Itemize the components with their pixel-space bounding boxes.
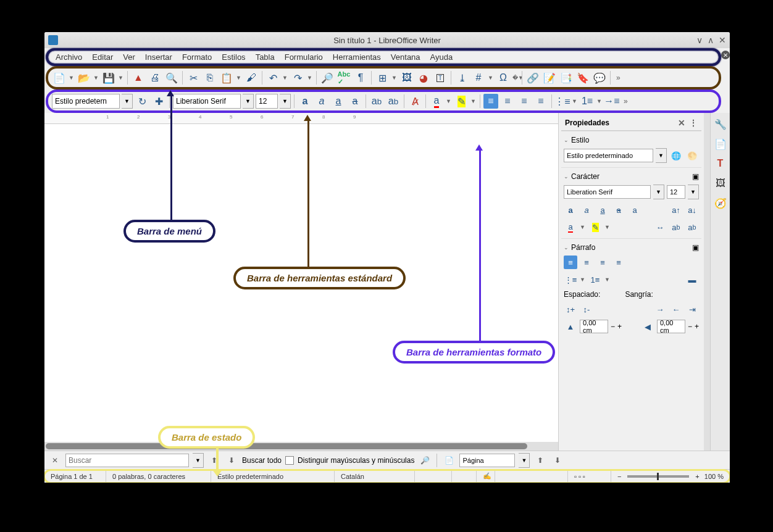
export-pdf-icon[interactable]: ▲ <box>131 70 146 85</box>
increase-indent-icon[interactable]: →≡ <box>604 94 619 109</box>
status-page[interactable]: Página 1 de 1 <box>44 470 106 483</box>
clone-format-icon[interactable]: 🖌 <box>244 70 259 85</box>
sb-update-style-icon[interactable]: 🌐 <box>669 149 683 162</box>
sb-inc-indent-icon[interactable]: → <box>653 302 667 316</box>
status-lang[interactable]: Catalán <box>335 470 415 483</box>
sb-left-val[interactable]: 0,00 cm <box>657 320 685 333</box>
more-para-icon[interactable]: ▣ <box>692 243 699 252</box>
sidebar-scrollbar[interactable] <box>704 113 710 451</box>
sb-above-minus[interactable]: − <box>611 322 615 331</box>
sb-tab-page-icon[interactable]: 📄 <box>713 136 728 151</box>
comment-icon[interactable]: 💬 <box>592 70 607 85</box>
nav-down-icon[interactable]: ⬇ <box>551 454 564 467</box>
font-size-combo[interactable]: 12 <box>256 94 278 109</box>
sb-style-combo[interactable]: Estilo predeterminado <box>564 149 653 162</box>
sb-shrink-icon[interactable]: a↓ <box>685 203 699 217</box>
horizontal-scrollbar[interactable] <box>44 442 558 451</box>
menu-ventana[interactable]: Ventana <box>386 51 425 63</box>
status-insert[interactable] <box>415 470 452 483</box>
undo-icon[interactable]: ↶ <box>265 70 280 85</box>
preview-icon[interactable]: 🔍 <box>164 70 179 85</box>
table-dd[interactable]: ▼ <box>391 75 398 81</box>
sb-tab-gallery-icon[interactable]: 🖼 <box>713 176 728 191</box>
bullet-list-icon[interactable]: ⋮≡ <box>555 94 570 109</box>
close-button[interactable]: ✕ <box>719 35 726 45</box>
spellcheck-icon[interactable]: Abc✓ <box>336 70 351 85</box>
match-case-checkbox[interactable] <box>285 456 294 465</box>
sb-above-val[interactable]: 0,00 cm <box>580 320 608 333</box>
align-right-icon[interactable]: ≡ <box>517 94 532 109</box>
font-name-dd[interactable]: ▼ <box>243 94 254 109</box>
page-style-combo[interactable]: Página <box>459 454 515 467</box>
sb-left-icon[interactable]: ◀ <box>641 320 654 333</box>
font-color-icon[interactable]: a <box>429 94 444 109</box>
pagebreak-icon[interactable]: ⤓ <box>454 70 469 85</box>
strike-icon[interactable]: a <box>348 94 362 109</box>
paste-icon[interactable]: 📋 <box>219 70 234 85</box>
sb-highlight-dd[interactable]: ▼ <box>604 224 611 230</box>
sb-fontcolor-dd[interactable]: ▼ <box>580 224 586 230</box>
open-dd[interactable]: ▼ <box>93 75 99 81</box>
status-sel[interactable] <box>452 470 477 483</box>
sb-grow-icon[interactable]: a↑ <box>669 203 683 217</box>
symbol-dd[interactable]: �▼ <box>512 75 519 81</box>
sb-super-icon[interactable]: ab <box>669 220 683 234</box>
sb-align-left-icon[interactable]: ≡ <box>564 256 577 269</box>
image-icon[interactable]: 🖼 <box>399 70 414 85</box>
search-dd[interactable]: ▼ <box>193 453 204 468</box>
footnote-icon[interactable]: 📝 <box>542 70 557 85</box>
new-dd[interactable]: ▼ <box>69 75 75 81</box>
sb-size-combo[interactable]: 12 <box>667 185 685 199</box>
sb-dec-indent-icon[interactable]: ← <box>669 302 683 316</box>
menu-ver[interactable]: Ver <box>118 51 140 63</box>
print-icon[interactable]: 🖨 <box>148 70 162 85</box>
menu-ayuda[interactable]: Ayuda <box>425 51 458 63</box>
align-justify-icon[interactable]: ≡ <box>533 94 548 109</box>
toolbar-extend-icon[interactable]: » <box>614 73 623 82</box>
sb-sub-icon[interactable]: ab <box>685 220 699 234</box>
menu-insertar[interactable]: Insertar <box>140 51 177 63</box>
minimize-button[interactable]: ∨ <box>696 35 703 45</box>
paragraph-style-combo[interactable]: Estilo predetern <box>52 94 120 109</box>
maximize-button[interactable]: ∧ <box>708 35 714 45</box>
more-char-icon[interactable]: ▣ <box>692 172 699 181</box>
undo-dd[interactable]: ▼ <box>282 75 288 81</box>
menu-herramientas[interactable]: Herramientas <box>328 51 386 63</box>
sb-underline-icon[interactable]: a <box>596 203 609 217</box>
redo-icon[interactable]: ↷ <box>290 70 305 85</box>
sb-align-center-icon[interactable]: ≡ <box>580 256 593 269</box>
cut-icon[interactable]: ✂ <box>186 70 201 85</box>
subscript-icon[interactable]: ab <box>386 94 401 109</box>
crossref-icon[interactable]: 🔖 <box>575 70 590 85</box>
menu-tabla[interactable]: Tabla <box>251 51 280 63</box>
section-paragraph[interactable]: ⌄Párrafo▣ <box>562 241 700 254</box>
sb-bold-icon[interactable]: a <box>564 203 577 217</box>
symbol-icon[interactable]: Ω <box>496 70 511 85</box>
sb-font-combo[interactable]: Liberation Serif <box>564 185 651 199</box>
sb-bullet-icon[interactable]: ⋮≡ <box>564 273 577 286</box>
find-replace-icon[interactable]: 🔎 <box>320 70 335 85</box>
zoom-in-icon[interactable]: + <box>695 473 699 480</box>
search-input[interactable] <box>65 454 189 467</box>
formatting-marks-icon[interactable]: ¶ <box>353 70 368 85</box>
align-center-icon[interactable]: ≡ <box>500 94 515 109</box>
sb-style-dd[interactable]: ▼ <box>656 148 667 163</box>
sb-new-style-icon[interactable]: 🌕 <box>685 149 699 162</box>
new-icon[interactable]: 📄 <box>52 70 67 85</box>
sb-size-dd[interactable]: ▼ <box>688 185 699 199</box>
menu-editar[interactable]: Editar <box>87 51 118 63</box>
copy-icon[interactable]: ⎘ <box>203 70 217 85</box>
find-prev-icon[interactable]: ⬆ <box>207 454 221 467</box>
paragraph-style-dd[interactable]: ▼ <box>122 94 133 109</box>
highlight-dd[interactable]: ▼ <box>470 98 477 104</box>
number-list-icon[interactable]: 1≡ <box>580 94 595 109</box>
sb-align-justify-icon[interactable]: ≡ <box>612 256 625 269</box>
hyperlink-icon[interactable]: 🔗 <box>525 70 540 85</box>
page-style-dd[interactable]: ▼ <box>519 453 530 468</box>
find-all-button[interactable]: Buscar todo <box>242 456 282 465</box>
underline-icon[interactable]: a <box>331 94 346 109</box>
menu-estilos[interactable]: Estilos <box>217 51 250 63</box>
save-dd[interactable]: ▼ <box>118 75 124 81</box>
sidebar-menu-icon[interactable]: ⋮ <box>689 118 698 128</box>
font-size-dd[interactable]: ▼ <box>280 94 291 109</box>
